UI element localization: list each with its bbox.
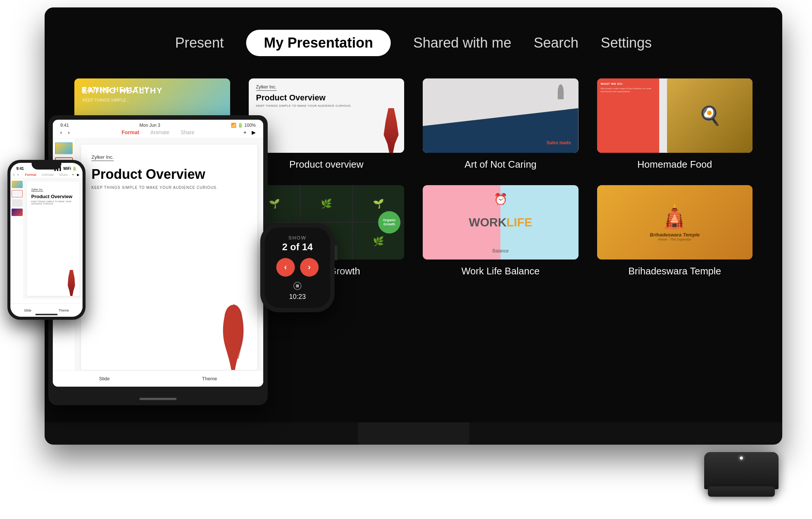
balance-text: Balance	[493, 248, 509, 254]
ipad-slide-content: Zylker Inc. Product Overview KEEP THINGS…	[81, 145, 257, 370]
ipad-vase	[220, 303, 246, 370]
homemade-red-section: WHAT WE DO: We provide a wide range of f…	[597, 78, 659, 153]
iphone-company: Zylker Inc.	[31, 188, 43, 191]
ipad-toolbar: ‹ › Format Animate Share + ▶	[53, 129, 263, 139]
watch-prev-btn[interactable]: ‹	[276, 258, 295, 277]
ipad-back-btn[interactable]: ‹	[60, 129, 62, 135]
ipad-time: 9:41	[60, 123, 69, 128]
art-not-caring-title: Art of Not Caring	[423, 159, 579, 170]
card-product-overview[interactable]: Zylker Inc. Product Overview KEEP THINGS…	[249, 78, 405, 170]
iphone-add-btn[interactable]: +	[72, 173, 74, 177]
iphone-thumb-1[interactable]	[12, 181, 23, 188]
homemade-food-title: Homemade Food	[597, 159, 753, 170]
ipad-animate-btn[interactable]: Animate	[150, 129, 169, 135]
ipad-toolbar-nav: ‹ ›	[60, 129, 70, 135]
homemade-food-image: 🍳	[667, 78, 753, 153]
watch-next-btn[interactable]: ›	[300, 258, 319, 277]
ipad-company: Zylker Inc.	[91, 154, 114, 161]
ipad-main-slide: Zylker Inc. Product Overview KEEP THINGS…	[75, 139, 263, 376]
apple-tv-device	[704, 452, 779, 497]
iphone-toolbar: ‹ › Format Animate Share + ▶	[10, 172, 83, 178]
tv-stand	[358, 422, 469, 445]
iphone-home-indicator	[35, 314, 58, 315]
iphone-thumb-2[interactable]	[12, 190, 23, 197]
apple-tv-body	[708, 486, 775, 497]
iphone-share-btn[interactable]: Share	[59, 173, 68, 177]
iphone-format-btn[interactable]: Format	[25, 173, 36, 177]
watch-slide-count: 2 of 14	[282, 241, 313, 253]
ipad-date: Mon Jun 3	[139, 123, 160, 128]
nav-item-search[interactable]: Search	[534, 35, 578, 51]
watch-stop-btn[interactable]	[293, 282, 302, 290]
nav-item-shared-with-me[interactable]: Shared with me	[413, 35, 511, 51]
thumb-homemade-food: WHAT WE DO: We provide a wide range of f…	[597, 78, 753, 153]
ipad-add-btn[interactable]: +	[244, 129, 246, 135]
thumb-work-life: ⏰ WORK LIFE Balance	[423, 185, 579, 260]
ipad-forward-btn[interactable]: ›	[68, 129, 70, 135]
ipad-slide-title: Product Overview	[91, 167, 247, 182]
iphone-toolbar-nav: ‹ ›	[13, 173, 19, 177]
ipad-battery: 📶 🔋 100%	[231, 123, 256, 128]
food-emoji: 🍳	[698, 105, 721, 126]
watch-show-label: SHOW	[289, 235, 306, 241]
iphone-notch	[32, 160, 61, 170]
eating-sublabel: KEEP THINGS SIMPLE...	[83, 98, 129, 102]
iphone-slide-content: Zylker Inc. Product Overview KEEP THINGS…	[27, 181, 80, 296]
product-thumb-subtitle: KEEP THINGS SIMPLE TO MAKE YOUR AUDIENCE…	[256, 104, 352, 107]
vase-shape	[382, 108, 400, 153]
nav-item-settings[interactable]: Settings	[601, 35, 652, 51]
organic-badge: Organic Growth	[378, 211, 400, 233]
prev-arrow-icon: ‹	[284, 262, 287, 272]
ipad-bottom-bar: Slide Theme	[53, 370, 263, 387]
card-art-not-caring[interactable]: Sales leads Art of Not Caring	[423, 78, 579, 170]
ipad-thumb-1[interactable]	[55, 142, 73, 154]
eating-label: EATING HEALTHY	[82, 86, 163, 96]
homemade-text-section: WHAT WE DO: We provide a wide range of f…	[597, 78, 659, 97]
temple-title: Brihadeswara Temple	[650, 232, 700, 238]
iphone-main-slide: Zylker Inc. Product Overview KEEP THINGS…	[24, 178, 83, 299]
iphone-thumb-4[interactable]	[12, 209, 23, 216]
temple-icon: 🛕	[661, 203, 689, 230]
iphone-tab-slide[interactable]: Slide	[24, 309, 31, 312]
thumb-temple: 🛕 Brihadeswara Temple Home - The Superst…	[597, 185, 753, 260]
apple-tv-light	[740, 457, 743, 460]
nav-item-present[interactable]: Present	[175, 35, 224, 51]
apple-watch-device: SHOW 2 of 14 ‹ › 10:23	[260, 223, 335, 312]
iphone-animate-btn[interactable]: Animate	[42, 173, 54, 177]
iphone-play-btn[interactable]: ▶	[77, 173, 80, 177]
temple-card-title: Brihadeswara Temple	[597, 265, 753, 277]
art-sales-text: Sales leads	[547, 140, 571, 145]
work-life-text-group: WORK LIFE	[469, 216, 532, 229]
watch-screen: SHOW 2 of 14 ‹ › 10:23	[265, 228, 330, 308]
stop-icon	[296, 284, 299, 287]
homemade-desc: We provide a wide range of food solution…	[601, 87, 655, 93]
ipad-share-btn[interactable]: Share	[181, 129, 194, 135]
ipad-tab-theme[interactable]: Theme	[202, 376, 217, 381]
ipad-play-btn[interactable]: ▶	[252, 129, 256, 135]
thumb-product-overview: Zylker Inc. Product Overview KEEP THINGS…	[249, 78, 405, 153]
next-arrow-icon: ›	[308, 262, 310, 272]
iphone-sidebar	[10, 178, 24, 299]
card-homemade-food[interactable]: WHAT WE DO: We provide a wide range of f…	[597, 78, 753, 170]
iphone-thumb-3[interactable]	[12, 199, 23, 207]
iphone-toolbar-actions: + ▶	[72, 173, 80, 177]
iphone-vase	[66, 270, 77, 296]
apple-tv-top	[704, 452, 779, 489]
art-figure	[558, 84, 564, 99]
iphone-slide-title: Product Overview	[31, 194, 75, 200]
plant-cell-2: 🌿	[301, 185, 352, 222]
card-work-life[interactable]: ⏰ WORK LIFE Balance Work Life Balance	[423, 185, 579, 277]
tv-navigation: Present My Presentation Shared with me S…	[74, 30, 753, 56]
iphone-tab-theme[interactable]: Theme	[58, 309, 69, 312]
ipad-tab-slide[interactable]: Slide	[99, 376, 110, 381]
product-thumb-title: Product Overview	[256, 93, 326, 103]
thumb-art-not-caring: Sales leads	[423, 78, 579, 153]
what-we-do-label: WHAT WE DO:	[601, 82, 655, 86]
ipad-toolbar-actions: + ▶	[244, 129, 256, 135]
card-temple[interactable]: 🛕 Brihadeswara Temple Home - The Superst…	[597, 185, 753, 277]
iphone-forward-btn[interactable]: ›	[17, 173, 19, 177]
nav-item-my-presentation[interactable]: My Presentation	[246, 30, 391, 56]
iphone-back-btn[interactable]: ‹	[13, 173, 14, 177]
watch-crown[interactable]	[335, 245, 338, 260]
ipad-format-btn[interactable]: Format	[122, 129, 139, 135]
